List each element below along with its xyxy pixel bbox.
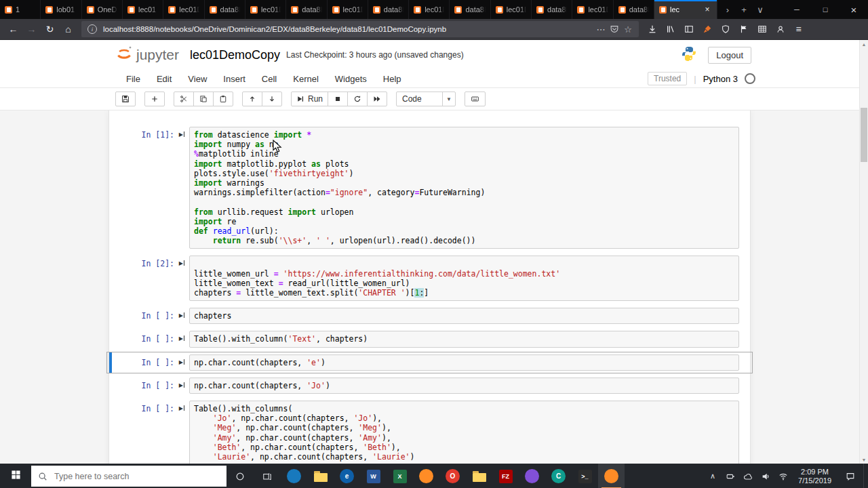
minimize-icon[interactable]: ─ <box>783 0 811 19</box>
cell-input[interactable]: Table().with_columns( 'Jo', np.char.coun… <box>189 401 739 464</box>
notebook-scroll-area[interactable]: In [1]:▶from datascience import *import … <box>0 110 868 464</box>
menu-widgets[interactable]: Widgets <box>327 74 375 84</box>
menu-kernel[interactable]: Kernel <box>285 74 327 84</box>
menu-icon[interactable]: ≡ <box>789 21 808 37</box>
flag-extension-icon[interactable] <box>734 21 753 37</box>
reload-icon[interactable]: ↻ <box>41 21 59 37</box>
grid-extension-icon[interactable] <box>753 21 771 37</box>
taskbar-app-filezilla[interactable]: FZ <box>492 464 519 488</box>
scroll-up-icon[interactable]: ▲ <box>860 40 868 48</box>
cell-input[interactable]: chapters <box>189 308 739 324</box>
run-cell-icon[interactable]: ▶ <box>174 331 189 342</box>
profile-icon[interactable] <box>771 21 789 37</box>
start-button[interactable] <box>0 464 31 488</box>
cell-input[interactable]: np.char.count(chapters, 'Jo') <box>189 378 739 394</box>
tab-dropdown-icon[interactable]: ∨ <box>752 5 768 15</box>
tab-close-icon[interactable]: × <box>703 5 712 14</box>
restart-run-all-button[interactable] <box>367 92 387 106</box>
browser-tab[interactable]: data8B <box>205 0 245 19</box>
maximize-icon[interactable]: □ <box>811 0 840 19</box>
browser-tab[interactable]: lec01D <box>409 0 450 19</box>
show-desktop-button[interactable] <box>863 464 868 488</box>
taskbar-app-firefox-active[interactable] <box>598 464 625 488</box>
tab-overflow-icon[interactable]: › <box>719 5 736 15</box>
browser-tab[interactable]: lec01D <box>245 0 286 19</box>
menu-cell[interactable]: Cell <box>254 74 285 84</box>
save-button[interactable] <box>115 92 136 106</box>
taskbar-search[interactable] <box>31 466 226 487</box>
tray-chevron-icon[interactable]: ∧ <box>704 472 722 481</box>
notebook-cell[interactable]: In [ ]:▶np.char.count(chapters, 'e') <box>109 354 750 371</box>
interrupt-kernel-button[interactable] <box>328 92 348 106</box>
browser-tab[interactable]: lec01 <box>123 0 163 19</box>
cell-input[interactable]: little_women_url = 'https://www.inferent… <box>189 256 739 301</box>
run-cell-icon[interactable]: ▶ <box>174 127 189 138</box>
info-icon[interactable]: i <box>85 22 99 36</box>
move-cell-down-button[interactable] <box>262 92 282 106</box>
browser-tab[interactable]: data8B <box>368 0 409 19</box>
notebook-cell[interactable]: In [2]:▶ little_women_url = 'https://www… <box>109 256 750 301</box>
broom-extension-icon[interactable] <box>698 21 716 37</box>
browser-tab[interactable]: data8B <box>450 0 490 19</box>
browser-tab[interactable]: lec01D <box>491 0 532 19</box>
cell-input[interactable]: from datascience import *import numpy as… <box>189 127 739 249</box>
add-cell-button[interactable] <box>144 92 165 106</box>
notebook-cell[interactable]: In [1]:▶from datascience import *import … <box>109 127 750 249</box>
action-center-button[interactable] <box>837 464 863 488</box>
menu-file[interactable]: File <box>118 74 149 84</box>
move-cell-up-button[interactable] <box>242 92 262 106</box>
notebook-title[interactable]: lec01DemoCopy <box>190 48 280 62</box>
taskbar-app-console[interactable]: >_ <box>572 464 598 488</box>
browser-tab[interactable]: lec01D <box>328 0 368 19</box>
browser-tab[interactable]: data8B <box>286 0 327 19</box>
url-bar[interactable]: i localhost:8888/notebooks/OneDrive/Domi… <box>81 21 639 37</box>
page-actions-icon[interactable]: ⋯ <box>594 22 608 36</box>
cell-input[interactable]: np.char.count(chapters, 'e') <box>189 354 739 371</box>
browser-tab[interactable]: lec× <box>654 0 717 19</box>
menu-insert[interactable]: Insert <box>215 74 254 84</box>
run-button[interactable]: Run <box>291 92 328 106</box>
taskbar-app-firefox[interactable] <box>413 464 439 488</box>
taskbar-app-opera[interactable]: O <box>439 464 466 488</box>
browser-tab[interactable]: lec01D <box>163 0 204 19</box>
run-cell-icon[interactable]: ▶ <box>174 401 189 411</box>
taskbar-app-excel[interactable]: X <box>387 464 413 488</box>
taskbar-clock[interactable]: 2:09 PM 7/15/2019 <box>792 468 837 485</box>
search-input[interactable] <box>53 471 220 482</box>
notebook-cell[interactable]: In [ ]:▶chapters <box>109 308 750 324</box>
network-icon[interactable] <box>774 472 792 481</box>
url-text[interactable]: localhost:8888/notebooks/OneDrive/Domini… <box>102 25 591 33</box>
menu-edit[interactable]: Edit <box>149 74 180 84</box>
run-cell-icon[interactable]: ▶ <box>174 308 189 319</box>
run-cell-icon[interactable]: ▶ <box>174 256 189 266</box>
taskbar-app-purple[interactable] <box>519 464 545 488</box>
forward-icon[interactable]: → <box>22 21 41 37</box>
logout-button[interactable]: Logout <box>708 47 751 64</box>
run-cell-icon[interactable]: ▶ <box>174 378 189 388</box>
browser-tab[interactable]: lec01D <box>572 0 613 19</box>
taskbar-app-blue[interactable] <box>281 464 307 488</box>
cell-type-select[interactable]: Code ▼ <box>396 92 456 106</box>
pocket-icon[interactable] <box>608 22 621 36</box>
onedrive-icon[interactable] <box>739 472 757 481</box>
taskbar-app-edge[interactable]: e <box>334 464 360 488</box>
home-icon[interactable]: ⌂ <box>59 21 77 37</box>
scroll-down-icon[interactable]: ▼ <box>860 455 868 464</box>
power-icon[interactable] <box>722 472 739 481</box>
notebook-cell[interactable]: In [ ]:▶np.char.count(chapters, 'Jo') <box>109 378 750 394</box>
run-cell-icon[interactable]: ▶ <box>174 354 189 365</box>
browser-tab[interactable]: OneDr <box>82 0 123 19</box>
library-icon[interactable] <box>661 21 679 37</box>
trusted-badge[interactable]: Trusted <box>648 72 687 85</box>
notebook-cell[interactable]: In [ ]:▶Table().with_columns( 'Jo', np.c… <box>109 401 750 464</box>
task-view-icon[interactable] <box>254 464 281 488</box>
restart-kernel-button[interactable] <box>347 92 368 106</box>
taskbar-app-folder[interactable] <box>466 464 492 488</box>
sidebar-icon[interactable] <box>679 21 698 37</box>
browser-tab[interactable]: data8B <box>532 0 572 19</box>
cortana-icon[interactable] <box>226 464 254 488</box>
menu-help[interactable]: Help <box>375 74 410 84</box>
browser-tab[interactable]: data8B <box>614 0 654 19</box>
shield-extension-icon[interactable] <box>716 21 734 37</box>
taskbar-app-explorer[interactable] <box>307 464 334 488</box>
